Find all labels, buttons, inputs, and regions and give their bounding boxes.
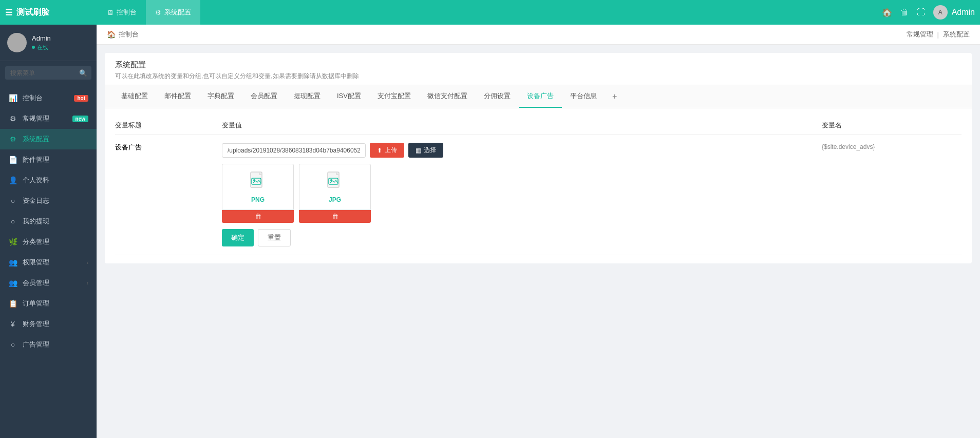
- sidebar-item-normal-mgmt[interactable]: ⚙ 常规管理 new: [0, 108, 97, 129]
- permission-icon: 👥: [8, 258, 17, 266]
- permission-arrow-icon: ‹: [87, 260, 88, 265]
- tab-split[interactable]: 分佣设置: [476, 85, 519, 108]
- sidebar-item-attachment-mgmt[interactable]: 📄 附件管理: [0, 149, 97, 170]
- status: 在线: [32, 44, 51, 51]
- var-value-cell: ⬆ 上传 ▦ 选择: [218, 143, 818, 246]
- tab-mail[interactable]: 邮件配置: [156, 85, 199, 108]
- var-name-cell: {$site.device_advs}: [818, 143, 962, 150]
- member-arrow-icon: ‹: [87, 280, 88, 286]
- tab-dict[interactable]: 字典配置: [199, 85, 242, 108]
- upload-path-input[interactable]: [222, 143, 366, 158]
- header-var-name: 变量名: [818, 121, 962, 130]
- admin-avatar: A: [933, 5, 948, 20]
- home-icon[interactable]: 🏠: [882, 8, 892, 17]
- category-icon: 🌿: [8, 238, 17, 246]
- sidebar-item-system-config[interactable]: ⚙ 系统配置: [0, 129, 97, 149]
- var-name-text: {$site.device_advs}: [822, 143, 875, 150]
- table-row: 设备广告 ⬆ 上传 ▦ 选择: [115, 135, 962, 255]
- trash-icon[interactable]: 🗑: [900, 8, 909, 17]
- sidebar-item-funds-log[interactable]: ○ 资金日志: [0, 191, 97, 211]
- image-thumb-jpg: JPG: [299, 164, 371, 210]
- finance-icon: ¥: [8, 320, 17, 328]
- fullscreen-icon[interactable]: ⛶: [917, 8, 925, 17]
- image-grid: PNG 🗑: [222, 164, 814, 223]
- sidebar: Admin 在线 🔍 📊 控制台 hot ⚙ 常规管理 new: [0, 25, 97, 438]
- tab-withdraw[interactable]: 提现配置: [286, 85, 329, 108]
- top-nav: ☰ 测试刷脸 🖥 控制台 ⚙ 系统配置 🏠 🗑 ⛶ A Admin: [0, 0, 980, 25]
- config-table: 变量标题 变量值 变量名 设备广告 ⬆ 上传: [105, 108, 972, 263]
- top-nav-right: 🏠 🗑 ⛶ A Admin: [882, 5, 975, 20]
- tab-add-button[interactable]: +: [605, 87, 624, 106]
- upload-input-row: ⬆ 上传 ▦ 选择: [222, 143, 814, 158]
- app-logo: ☰ 测试刷脸: [5, 7, 98, 18]
- sidebar-item-ad-mgmt[interactable]: ○ 广告管理: [0, 334, 97, 355]
- confirm-button[interactable]: 确定: [222, 229, 254, 246]
- select-button[interactable]: ▦ 选择: [408, 143, 443, 158]
- sidebar-nav: 📊 控制台 hot ⚙ 常规管理 new ⚙ 系统配置 📄 附件管理 👤 个人资…: [0, 85, 97, 438]
- sidebar-item-finance-mgmt[interactable]: ¥ 财务管理: [0, 314, 97, 334]
- funds-log-icon: ○: [8, 197, 17, 205]
- config-section: 系统配置 可以在此填改系统的变量和分组,也可以自定义分组和变量,如果需要删除请从…: [105, 53, 972, 263]
- image-item-jpg: JPG 🗑: [299, 164, 371, 223]
- search-icon[interactable]: 🔍: [79, 69, 87, 77]
- upload-icon: ⬆: [377, 147, 382, 154]
- menu-icon[interactable]: ☰: [5, 8, 12, 17]
- breadcrumb-text: 控制台: [119, 30, 139, 39]
- image-item-png: PNG 🗑: [222, 164, 294, 223]
- username: Admin: [32, 34, 51, 42]
- tab-wechat-pay[interactable]: 微信支付配置: [419, 85, 476, 108]
- sidebar-item-my-withdrawal[interactable]: ○ 我的提现: [0, 211, 97, 232]
- nav-item-dashboard[interactable]: 🖥 控制台: [98, 0, 146, 25]
- tab-isv[interactable]: ISV配置: [329, 85, 369, 108]
- tab-basic[interactable]: 基础配置: [113, 85, 156, 108]
- header-var-value: 变量值: [218, 121, 818, 130]
- top-nav-menu: 🖥 控制台 ⚙ 系统配置: [98, 0, 882, 25]
- ad-icon: ○: [8, 340, 17, 349]
- avatar: [7, 33, 27, 52]
- header-var-title: 变量标题: [115, 121, 218, 130]
- sidebar-user: Admin 在线: [0, 25, 97, 61]
- sidebar-item-category-mgmt[interactable]: 🌿 分类管理: [0, 232, 97, 252]
- status-text: 在线: [37, 44, 48, 51]
- sidebar-item-member-mgmt[interactable]: 👥 会员管理 ‹: [0, 273, 97, 293]
- sidebar-item-permission-mgmt[interactable]: 👥 权限管理 ‹: [0, 252, 97, 273]
- normal-mgmt-icon: ⚙: [8, 115, 17, 123]
- breadcrumb-link-normal-mgmt[interactable]: 常规管理: [907, 30, 933, 39]
- breadcrumb-link-system-config[interactable]: 系统配置: [943, 30, 970, 39]
- app-title: 测试刷脸: [16, 7, 49, 18]
- breadcrumb-home-icon: 🏠: [107, 30, 116, 39]
- breadcrumb-links: 常规管理 | 系统配置: [907, 30, 970, 39]
- withdrawal-icon: ○: [8, 217, 17, 225]
- order-icon: 📋: [8, 299, 17, 308]
- sidebar-search-container: 🔍: [0, 61, 97, 85]
- tab-device-ad[interactable]: 设备广告: [519, 85, 562, 108]
- config-title: 系统配置: [115, 60, 962, 70]
- system-config-nav-icon: ⚙: [8, 135, 17, 143]
- admin-info[interactable]: A Admin: [933, 5, 975, 20]
- reset-button[interactable]: 重置: [258, 229, 291, 246]
- content-area: 🏠 控制台 常规管理 | 系统配置 系统配置 可以在此填改系统的变量和分组,也可…: [97, 25, 980, 438]
- image-thumb-png: PNG: [222, 164, 294, 210]
- user-info: Admin 在线: [32, 34, 51, 51]
- tab-platform-info[interactable]: 平台信息: [562, 85, 605, 108]
- delete-png-button[interactable]: 🗑: [222, 210, 294, 223]
- upload-button[interactable]: ⬆ 上传: [370, 143, 404, 158]
- search-input[interactable]: [5, 66, 91, 80]
- nav-item-system-config[interactable]: ⚙ 系统配置: [146, 0, 200, 25]
- breadcrumb-bar: 🏠 控制台 常规管理 | 系统配置: [97, 25, 980, 45]
- table-header: 变量标题 变量值 变量名: [115, 117, 962, 135]
- sidebar-item-profile[interactable]: 👤 个人资料: [0, 170, 97, 191]
- var-title-cell: 设备广告: [115, 143, 218, 152]
- dashboard-icon: 🖥: [107, 9, 114, 16]
- config-tabs: 基础配置 邮件配置 字典配置 会员配置 提现配置 ISV配置 支付宝配置 微信支…: [105, 85, 972, 108]
- sidebar-item-dashboard[interactable]: 📊 控制台 hot: [0, 88, 97, 108]
- tab-member[interactable]: 会员配置: [242, 85, 286, 108]
- member-icon: 👥: [8, 279, 17, 287]
- sidebar-item-order-mgmt[interactable]: 📋 订单管理: [0, 293, 97, 314]
- hot-badge: hot: [74, 95, 88, 102]
- select-icon: ▦: [416, 147, 421, 154]
- system-config-icon: ⚙: [155, 9, 161, 16]
- tab-alipay[interactable]: 支付宝配置: [369, 85, 419, 108]
- delete-jpg-button[interactable]: 🗑: [299, 210, 371, 223]
- dashboard-nav-icon: 📊: [8, 94, 17, 102]
